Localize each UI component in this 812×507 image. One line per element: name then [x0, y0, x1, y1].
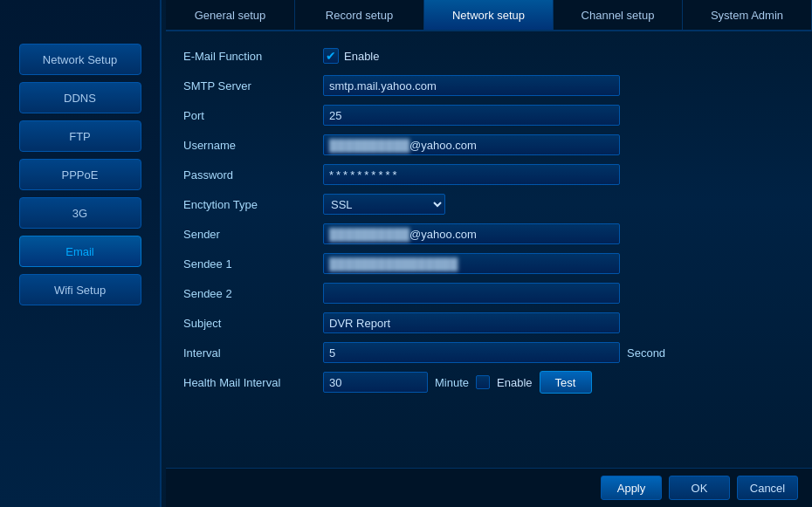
tab-channel[interactable]: Channel setup: [554, 0, 683, 30]
sendee2-input[interactable]: [323, 283, 620, 304]
email-function-label: E-Mail Function: [183, 50, 323, 63]
test-button[interactable]: Test: [540, 371, 592, 394]
sidebar-item-network-setup[interactable]: Network Setup: [19, 44, 141, 75]
health-enable-checkbox[interactable]: [476, 375, 490, 389]
sender-input-display: ██████████ @yahoo.com: [323, 223, 620, 244]
sidebar-item-email[interactable]: Email: [19, 236, 141, 267]
health-mail-input[interactable]: [323, 372, 428, 393]
health-mail-controls: Minute Enable Test: [323, 371, 592, 394]
username-label: Username: [183, 139, 323, 152]
cancel-button[interactable]: Cancel: [737, 476, 798, 500]
interval-label: Interval: [183, 346, 323, 360]
apply-button[interactable]: Apply: [601, 476, 662, 500]
interval-input[interactable]: [323, 342, 620, 363]
sendee1-input-display: ████████████████: [323, 253, 620, 274]
port-input[interactable]: [323, 105, 620, 126]
sendee2-label: Sendee 2: [183, 287, 323, 300]
interval-row: Interval Second: [183, 340, 795, 365]
encryption-row: Enctytion Type SSL TLS None: [183, 192, 795, 216]
sender-domain: @yahoo.com: [409, 228, 477, 241]
sendee1-label: Sendee 1: [183, 257, 323, 271]
sidebar-item-pppoe[interactable]: PPPoE: [19, 159, 141, 190]
sender-blurred: ██████████: [329, 228, 409, 241]
health-enable-label: Enable: [497, 376, 532, 389]
sendee1-row: Sendee 1 ████████████████: [183, 251, 795, 276]
health-mail-unit: Minute: [435, 376, 469, 389]
email-function-row: E-Mail Function ✔ Enable: [183, 44, 795, 68]
sidebar-item-ddns[interactable]: DDNS: [19, 82, 141, 113]
sidebar-item-3g[interactable]: 3G: [19, 197, 141, 229]
health-mail-row: Health Mail Interval Minute Enable Test: [183, 370, 795, 394]
password-label: Password: [183, 168, 323, 182]
encryption-label: Enctytion Type: [183, 198, 323, 211]
subject-input[interactable]: [323, 312, 620, 333]
sendee2-row: Sendee 2: [183, 281, 795, 305]
username-input-display: ██████████ @yahoo.com: [323, 134, 620, 155]
smtp-server-row: SMTP Server: [183, 73, 795, 98]
sidebar-item-ftp[interactable]: FTP: [19, 120, 141, 152]
tab-record[interactable]: Record setup: [295, 0, 424, 30]
username-domain: @yahoo.com: [409, 139, 477, 152]
main-content: E-Mail Function ✔ Enable SMTP Server Por…: [166, 33, 812, 468]
interval-controls: Second: [323, 342, 665, 363]
sender-row: Sender ██████████ @yahoo.com: [183, 222, 795, 246]
bottom-bar: Apply OK Cancel: [166, 468, 812, 507]
enable-label: Enable: [344, 50, 379, 63]
encryption-select[interactable]: SSL TLS None: [323, 194, 445, 215]
port-label: Port: [183, 109, 323, 122]
password-input[interactable]: **********: [323, 164, 620, 185]
email-enable-container: ✔ Enable: [323, 48, 379, 64]
interval-unit: Second: [627, 346, 665, 360]
ok-button[interactable]: OK: [669, 476, 730, 500]
tab-bar: General setup Record setup Network setup…: [166, 0, 812, 31]
health-mail-label: Health Mail Interval: [183, 376, 323, 389]
username-blurred: ██████████: [329, 139, 409, 152]
sendee1-blurred: ████████████████: [329, 257, 458, 271]
sidebar: Network Setup DDNS FTP PPPoE 3G Email Wi…: [0, 0, 162, 507]
sidebar-item-wifi[interactable]: Wifi Setup: [19, 274, 141, 305]
password-row: Password **********: [183, 162, 795, 187]
tab-sysadmin[interactable]: System Admin: [683, 0, 812, 30]
tab-general[interactable]: General setup: [166, 0, 295, 30]
tab-network[interactable]: Network setup: [424, 0, 554, 30]
smtp-server-input[interactable]: [323, 75, 620, 96]
username-row: Username ██████████ @yahoo.com: [183, 133, 795, 157]
smtp-server-label: SMTP Server: [183, 79, 323, 92]
subject-label: Subject: [183, 317, 323, 330]
sender-label: Sender: [183, 228, 323, 241]
port-row: Port: [183, 103, 795, 127]
subject-row: Subject: [183, 311, 795, 335]
email-enable-checkbox[interactable]: ✔: [323, 48, 339, 64]
